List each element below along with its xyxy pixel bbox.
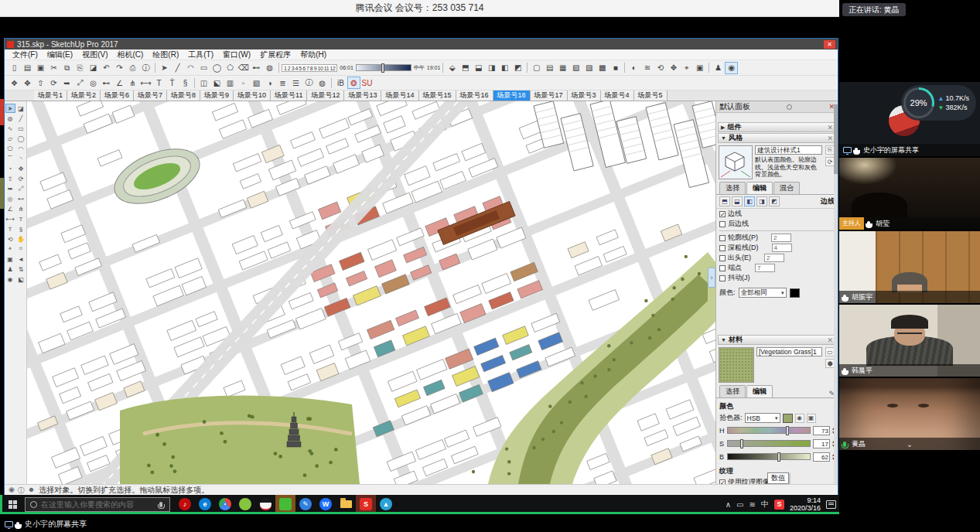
tray-title-bar[interactable]: 默认面板 ✕ <box>716 101 838 113</box>
panel-scrollbar[interactable] <box>834 101 838 484</box>
follow-me-icon[interactable]: ➥ <box>60 77 73 89</box>
dimensions-icon[interactable]: ⟷ <box>139 77 152 89</box>
s-slider[interactable] <box>727 440 811 447</box>
protractor-tool-icon[interactable]: ∠ <box>5 204 15 213</box>
zoom-tool-icon[interactable]: ⌖ <box>5 244 15 254</box>
checkbox[interactable] <box>719 255 726 261</box>
use-texture-checkbox[interactable]: ✓ <box>719 479 726 485</box>
arc-tool-icon[interactable]: ◠ <box>16 144 26 153</box>
3d-text-tool-icon[interactable]: Ṫ <box>5 224 15 234</box>
scene-tab-16[interactable]: 场景号3 <box>568 90 601 101</box>
b-slider[interactable] <box>727 453 811 460</box>
scene-tab-17[interactable]: 场景号4 <box>601 90 634 101</box>
push-pull-tool-icon[interactable]: ⇧ <box>5 174 15 183</box>
photo-match-icon[interactable]: ▧ <box>250 77 263 89</box>
layers-icon[interactable]: ≣ <box>276 77 289 89</box>
style-name-field[interactable]: 建筑设计样式1 <box>755 145 822 155</box>
look-around-tool-icon[interactable]: ◉ <box>5 275 15 284</box>
back-edges-icon[interactable]: ▤ <box>543 62 556 74</box>
shadow-date-ticks[interactable]: 1 2 3 4 5 6 7 8 9 10 11 12 <box>282 64 337 72</box>
taskbar-app-file-explorer[interactable] <box>336 495 356 513</box>
menu-2[interactable]: 视图(V) <box>77 49 112 60</box>
section-fill-tool-icon[interactable]: ⬕ <box>16 275 26 284</box>
match-model-color-icon[interactable]: ◉ <box>795 414 804 423</box>
collapse-chevron-icon[interactable]: ⌄ <box>907 440 913 448</box>
su-app-store-icon[interactable]: SU <box>360 77 374 89</box>
shadow-dialog-icon[interactable]: ◑ <box>263 77 276 89</box>
cut-icon[interactable]: ✂ <box>47 62 60 74</box>
checkbox[interactable] <box>719 265 726 271</box>
section-close-icon[interactable]: ✕ <box>827 135 833 142</box>
position-camera-tool-icon[interactable]: ♟ <box>5 264 15 274</box>
taskbar-app-blue-feather-app[interactable]: ✎ <box>295 495 316 513</box>
axes-tool-icon[interactable]: ⋔ <box>16 204 26 213</box>
checkbox[interactable]: ✓ <box>719 211 726 217</box>
text-tool-icon[interactable]: T <box>16 214 26 223</box>
open-icon[interactable]: ▤ <box>21 62 34 74</box>
material-tab-0[interactable]: 选择 <box>719 385 746 397</box>
shaded-icon[interactable]: ▨ <box>582 62 596 74</box>
hidden-line-icon[interactable]: ▧ <box>569 62 582 74</box>
offset-tool-icon[interactable]: ◎ <box>5 194 15 203</box>
material-tab-1[interactable]: 编辑 <box>746 385 773 397</box>
axes-icon[interactable]: ⋔ <box>126 77 139 89</box>
s-value-field[interactable]: 17 <box>813 439 830 448</box>
participant-tile-胡莹[interactable]: 主持人胡莹 <box>839 158 980 230</box>
section-plane-tool-icon[interactable]: § <box>16 224 26 234</box>
rectangle-tool-icon[interactable]: ▭ <box>16 124 26 133</box>
style-tab-1[interactable]: 编辑 <box>746 182 773 194</box>
tape-measure-tool-icon[interactable]: ⊷ <box>16 194 26 203</box>
taskbar-app-qq[interactable] <box>255 495 275 513</box>
polygon-tool-icon[interactable]: ⬠ <box>5 144 15 153</box>
push-pull-icon[interactable]: ⇧ <box>34 77 47 89</box>
start-button[interactable] <box>0 495 25 513</box>
rotate-icon[interactable]: ⟳ <box>47 77 60 89</box>
depth-cue-cube-icon[interactable]: ◧ <box>744 196 755 206</box>
back-view-icon[interactable]: ◧ <box>498 62 511 74</box>
x-ray-icon[interactable]: ▢ <box>530 62 543 74</box>
line-tool-icon[interactable]: ╱ <box>16 114 26 123</box>
orbit-tool-icon[interactable]: ⟲ <box>5 234 15 244</box>
make-component-icon[interactable]: ❖ <box>8 77 21 89</box>
participant-tile-黄晶[interactable]: 黄晶⌄ <box>839 378 980 450</box>
3d-text-icon[interactable]: Ṫ <box>166 77 179 89</box>
pan-tool-icon[interactable]: ✋ <box>16 234 26 244</box>
sogou-input-icon[interactable]: S <box>774 500 784 510</box>
taskbar-app-photo-viewer[interactable]: ▲ <box>376 495 396 513</box>
material-name-field[interactable]: [Vegetation Grass]1 <box>756 347 822 356</box>
left-view-icon[interactable]: ◩ <box>511 62 524 74</box>
paste-icon[interactable]: ⎘ <box>73 62 87 74</box>
cast-display-icon[interactable]: ▭ <box>736 500 743 509</box>
pin-icon[interactable] <box>787 104 792 110</box>
scale-tool-icon[interactable]: ⤢ <box>16 184 26 193</box>
undo-icon[interactable]: ↶ <box>100 62 113 74</box>
h-value-field[interactable]: 73 <box>813 426 830 435</box>
styles-section-header[interactable]: ▼ 风格 ✕ <box>718 133 836 143</box>
line-icon[interactable]: ╱ <box>171 62 184 74</box>
rectangle-icon[interactable]: ▭ <box>197 62 210 74</box>
tape-icon[interactable]: ⊷ <box>100 77 113 89</box>
tape-measure-icon[interactable]: ⊷ <box>250 62 263 74</box>
taskbar-search[interactable] <box>25 497 170 512</box>
orbit-icon[interactable]: ⟲ <box>654 62 667 74</box>
edge-color-swatch[interactable] <box>790 288 800 298</box>
menu-5[interactable]: 工具(T) <box>183 49 218 60</box>
paint-icon[interactable]: ◍ <box>316 77 329 89</box>
scene-tab-10[interactable]: 场景号13 <box>344 90 381 101</box>
participant-tile-韩晨平[interactable]: 韩晨平 <box>839 305 980 377</box>
value-field[interactable]: 2 <box>764 254 784 262</box>
extension-cube-icon[interactable]: ◨ <box>756 196 767 206</box>
entity-info-icon[interactable]: ⓘ <box>302 77 316 89</box>
taskbar-app-wechat[interactable] <box>275 495 295 513</box>
value-field[interactable]: 7 <box>755 264 775 272</box>
three-point-arc-tool-icon[interactable]: ◝ <box>16 154 26 163</box>
scene-tab-12[interactable]: 场景号15 <box>419 90 456 101</box>
position-camera-icon[interactable]: ♟ <box>712 62 725 74</box>
match-screen-color-icon[interactable]: ▣ <box>807 414 816 423</box>
monochrome-icon[interactable]: ■ <box>609 62 622 74</box>
checkbox[interactable] <box>719 221 726 227</box>
scene-tab-7[interactable]: 场景号10 <box>234 90 271 101</box>
materials-section-header[interactable]: ▼ 材料 ✕ <box>718 335 836 345</box>
tray-expand-icon[interactable]: ∧ <box>726 500 731 509</box>
taskbar-app-netease-music[interactable]: ♪ <box>175 495 195 513</box>
